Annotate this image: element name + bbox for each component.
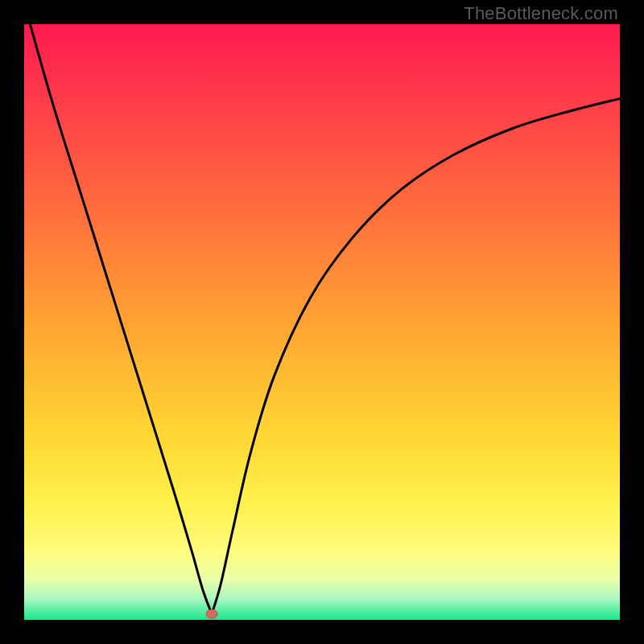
chart-frame bbox=[24, 24, 620, 620]
watermark-label: TheBottleneck.com bbox=[464, 3, 618, 24]
chart-background bbox=[24, 24, 620, 620]
bottleneck-chart bbox=[24, 24, 620, 620]
optimal-point-marker bbox=[206, 609, 217, 618]
